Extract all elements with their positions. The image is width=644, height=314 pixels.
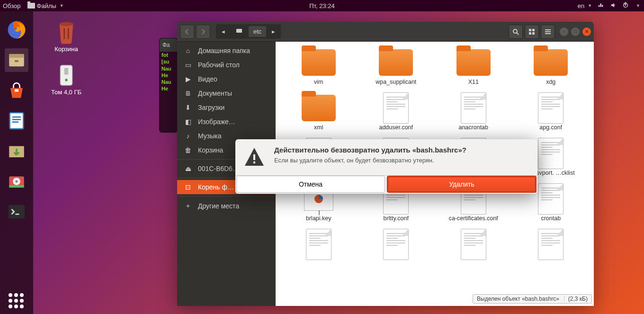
dock-firefox[interactable] xyxy=(5,18,28,42)
path-up-button[interactable]: ◂ xyxy=(217,26,230,37)
sidebar-item-documents[interactable]: 🗎Документы xyxy=(177,86,276,100)
svg-rect-28 xyxy=(253,154,255,160)
window-maximize-button[interactable]: □ xyxy=(571,27,580,36)
cancel-button[interactable]: Отмена xyxy=(236,176,385,193)
network-icon[interactable] xyxy=(598,2,604,10)
sidebar-item-label: Музыка xyxy=(198,132,222,140)
keyboard-layout-indicator[interactable]: en ▼ xyxy=(578,2,592,9)
file-item[interactable] xyxy=(358,225,435,263)
dock-package-installer[interactable] xyxy=(5,139,28,163)
sidebar-item-pictures[interactable]: ◧Изображе… xyxy=(177,115,276,129)
hamburger-menu-button[interactable] xyxy=(541,25,555,39)
downloads-icon: ⬇ xyxy=(184,104,192,111)
dock-archive-manager[interactable] xyxy=(5,48,28,72)
desktop-icon-trash[interactable]: Корзина xyxy=(43,19,90,53)
delete-button[interactable]: Удалить xyxy=(387,176,537,193)
path-more-button[interactable]: ▸ xyxy=(267,26,280,37)
sidebar-item-label: Домашняя папка xyxy=(198,47,250,54)
nav-back-button[interactable] xyxy=(180,25,194,39)
dock-terminal[interactable] xyxy=(5,200,28,224)
folder-item[interactable]: wpa_supplicant xyxy=(358,44,435,88)
file-label: brltty.conf xyxy=(384,215,409,222)
svg-rect-3 xyxy=(15,60,18,62)
svg-rect-4 xyxy=(15,89,18,91)
status-size: (2,3 кБ) xyxy=(564,296,588,302)
file-label: xdg xyxy=(546,79,555,85)
volume-icon[interactable] xyxy=(610,2,617,10)
desktop-icon-label: Том 4,0 ГБ xyxy=(43,89,90,96)
terminal-titlebar[interactable]: Фа xyxy=(160,38,178,52)
file-item[interactable]: adduser.conf xyxy=(358,89,435,134)
file-label: ca-certificates.conf xyxy=(449,215,498,222)
svg-rect-8 xyxy=(12,121,18,123)
dock-libreoffice-writer[interactable] xyxy=(5,109,28,133)
sidebar-item-label: Загрузки xyxy=(198,104,224,111)
path-bar: ◂ etc ▸ xyxy=(216,24,281,39)
window-minimize-button[interactable]: － xyxy=(560,27,568,36)
app-menu-label: Файлы xyxy=(37,2,56,9)
file-label: crontab xyxy=(541,215,561,222)
sidebar-item-label: Изображе… xyxy=(198,118,235,126)
activities-button[interactable]: Обзор xyxy=(3,2,21,9)
file-item[interactable]: apg.conf xyxy=(513,89,590,134)
warning-icon xyxy=(243,146,266,169)
power-icon[interactable] xyxy=(622,2,629,10)
chevron-down-icon: ▼ xyxy=(636,3,640,8)
sidebar-item-other-places[interactable]: ＋Другие места xyxy=(177,198,276,214)
folder-item[interactable]: X11 xyxy=(435,44,512,88)
desktop-icon-label: Корзина xyxy=(43,45,90,53)
sidebar-item-label: Рабочий стол xyxy=(198,61,240,69)
dock-software-center[interactable] xyxy=(5,79,28,102)
svg-point-20 xyxy=(65,79,68,81)
sidebar-item-label: Корень ф… xyxy=(198,183,234,191)
svg-rect-23 xyxy=(529,29,531,31)
path-segment-current[interactable]: etc xyxy=(249,26,266,37)
nav-forward-button[interactable] xyxy=(196,25,210,39)
svg-rect-21 xyxy=(236,29,242,33)
music-icon: ♪ xyxy=(184,132,192,140)
sidebar-item-downloads[interactable]: ⬇Загрузки xyxy=(177,100,276,115)
confirm-delete-dialog: Действительно безвозвратно удалить «bash… xyxy=(235,139,537,194)
file-label: brlapi.key xyxy=(306,215,331,222)
sidebar-item-videos[interactable]: ▶Видео xyxy=(177,72,276,86)
sidebar-item-home[interactable]: ⌂Домашняя папка xyxy=(177,44,276,58)
disk-icon: ⊡ xyxy=(184,183,192,191)
svg-rect-25 xyxy=(529,32,531,35)
file-label: adduser.conf xyxy=(379,124,413,131)
app-menu[interactable]: Файлы ▼ xyxy=(27,2,64,9)
window-close-button[interactable]: ✕ xyxy=(582,27,591,36)
svg-rect-24 xyxy=(532,29,535,31)
view-mode-button[interactable] xyxy=(525,25,539,39)
desktop-icon-volume[interactable]: Том 4,0 ГБ xyxy=(43,62,90,96)
plus-icon: ＋ xyxy=(184,202,192,210)
dialog-description: Если вы удалите объект, он будет безвозв… xyxy=(274,157,528,164)
sidebar-item-label: Другие места xyxy=(198,202,239,210)
folder-item[interactable]: xdg xyxy=(513,44,590,88)
svg-rect-26 xyxy=(532,32,535,35)
clock[interactable]: Пт, 23:24 xyxy=(309,2,335,9)
file-item[interactable] xyxy=(435,225,512,263)
svg-rect-13 xyxy=(9,185,24,188)
lang-label: en xyxy=(578,2,584,9)
drive-icon: ⏏ xyxy=(184,165,192,172)
file-item[interactable]: anacrontab xyxy=(435,89,512,134)
search-button[interactable] xyxy=(509,25,523,39)
path-disk-icon[interactable] xyxy=(231,25,248,38)
sidebar-item-label: Видео xyxy=(198,75,217,83)
sidebar-item-label: Документы xyxy=(198,90,232,97)
file-item[interactable] xyxy=(280,225,357,263)
terminal-window[interactable]: Фа fot [su Nau Не Nau Не xyxy=(159,38,178,133)
svg-rect-17 xyxy=(68,28,69,39)
documents-icon: 🗎 xyxy=(184,90,192,97)
folder-item[interactable]: vim xyxy=(280,44,357,88)
file-label: xml xyxy=(314,124,323,131)
folder-item[interactable]: xml xyxy=(280,89,357,134)
pictures-icon: ◧ xyxy=(184,118,192,126)
trash-icon: 🗑 xyxy=(184,146,192,154)
dock-disks[interactable] xyxy=(5,170,28,193)
sidebar-item-desktop[interactable]: ▭Рабочий стол xyxy=(177,58,276,72)
file-label: wpa_supplicant xyxy=(376,79,416,85)
file-item[interactable] xyxy=(513,225,590,263)
show-applications-button[interactable] xyxy=(9,293,24,308)
files-titlebar[interactable]: ◂ etc ▸ － □ ✕ xyxy=(177,22,594,42)
